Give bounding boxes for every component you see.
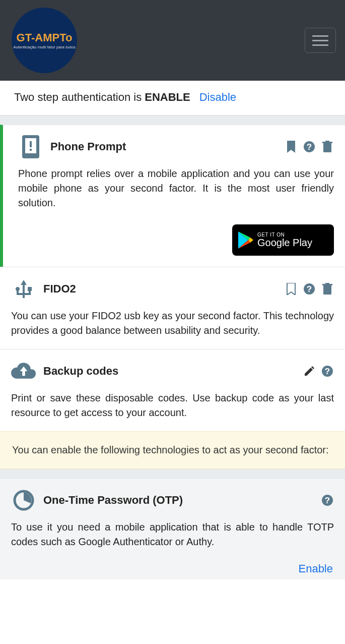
svg-text:?: ? (307, 142, 312, 152)
help-icon[interactable]: ? (321, 494, 334, 507)
card-description: You can use your FIDO2 usb key as your s… (11, 309, 334, 338)
bookmark-filled-icon[interactable] (285, 140, 298, 153)
navbar: GT-AMPTo Autenticação multi fator para t… (0, 0, 345, 81)
card-title: One-Time Password (OTP) (43, 494, 321, 507)
svg-text:?: ? (325, 367, 330, 376)
svg-rect-15 (325, 283, 329, 284)
trash-icon[interactable] (321, 140, 334, 153)
method-card-fido2: FIDO2 ? You can use your FIDO2 usb key a… (0, 267, 345, 349)
app-logo[interactable]: GT-AMPTo Autenticação multi fator para t… (12, 8, 77, 73)
divider (0, 469, 345, 478)
svg-rect-8 (325, 141, 329, 142)
available-method-section: One-Time Password (OTP) ? To use it you … (0, 478, 345, 579)
card-header: Phone Prompt ? (18, 134, 334, 159)
svg-rect-3 (30, 149, 32, 151)
hamburger-bar-icon (312, 40, 328, 41)
card-actions: ? (285, 140, 334, 153)
card-title: Backup codes (43, 365, 303, 378)
enable-row: Enable (0, 560, 345, 579)
bookmark-outline-icon[interactable] (285, 282, 298, 296)
card-actions: ? (285, 282, 334, 296)
usb-icon (11, 276, 36, 302)
method-card-backup-codes: Backup codes ? Print or save these dispo… (0, 349, 345, 431)
hamburger-bar-icon (312, 35, 328, 37)
card-title: Phone Prompt (50, 140, 285, 153)
svg-rect-6 (323, 143, 331, 152)
status-state: ENABLE (145, 91, 190, 103)
card-header: Backup codes ? (11, 359, 334, 384)
available-methods-notice: You can enable the following technologie… (0, 431, 345, 469)
card-header: One-Time Password (OTP) ? (11, 488, 334, 513)
status-text: Two step authentication is ENABLE (14, 91, 190, 104)
enable-otp-link[interactable]: Enable (298, 562, 333, 575)
help-icon[interactable]: ? (303, 140, 316, 153)
logo-subtitle: Autenticação multi fator para todos (13, 45, 76, 50)
method-card-otp: One-Time Password (OTP) ? To use it you … (0, 478, 345, 560)
card-title: FIDO2 (43, 282, 285, 296)
clock-timelapse-icon (11, 488, 36, 513)
card-actions: ? (321, 494, 334, 507)
svg-rect-13 (323, 285, 331, 295)
card-description: To use it you need a mobile application … (11, 520, 334, 549)
card-description: Phone prompt relies over a mobile applic… (18, 166, 334, 210)
svg-rect-2 (30, 141, 32, 147)
two-step-status-row: Two step authentication is ENABLE Disabl… (0, 81, 345, 115)
help-icon[interactable]: ? (303, 282, 316, 296)
hamburger-menu-button[interactable] (305, 28, 336, 53)
status-prefix: Two step authentication is (14, 91, 145, 103)
logo-title: GT-AMPTo (17, 31, 73, 44)
card-description: Print or save these disposable codes. Us… (11, 391, 334, 420)
google-play-badge[interactable]: GET IT ON Google Play (232, 224, 334, 256)
svg-point-9 (16, 287, 20, 291)
google-play-icon (238, 231, 253, 249)
svg-text:?: ? (307, 284, 312, 294)
cloud-upload-icon (11, 359, 36, 384)
help-icon[interactable]: ? (321, 365, 334, 378)
svg-rect-10 (28, 287, 32, 291)
google-play-text: GET IT ON Google Play (257, 232, 312, 248)
card-actions: ? (303, 365, 334, 378)
hamburger-bar-icon (312, 44, 328, 46)
method-card-phone-prompt: Phone Prompt ? Phone prompt relies over … (0, 125, 345, 267)
trash-icon[interactable] (321, 282, 334, 296)
svg-text:?: ? (325, 496, 330, 505)
edit-pencil-icon[interactable] (303, 365, 316, 378)
google-play-row: GET IT ON Google Play (18, 224, 334, 256)
divider (0, 115, 345, 125)
app-frame: GT-AMPTo Autenticação multi fator para t… (0, 0, 345, 644)
phone-info-icon (18, 134, 43, 159)
card-header: FIDO2 ? (11, 276, 334, 302)
disable-two-step-link[interactable]: Disable (199, 91, 236, 104)
badge-big-text: Google Play (257, 238, 312, 248)
